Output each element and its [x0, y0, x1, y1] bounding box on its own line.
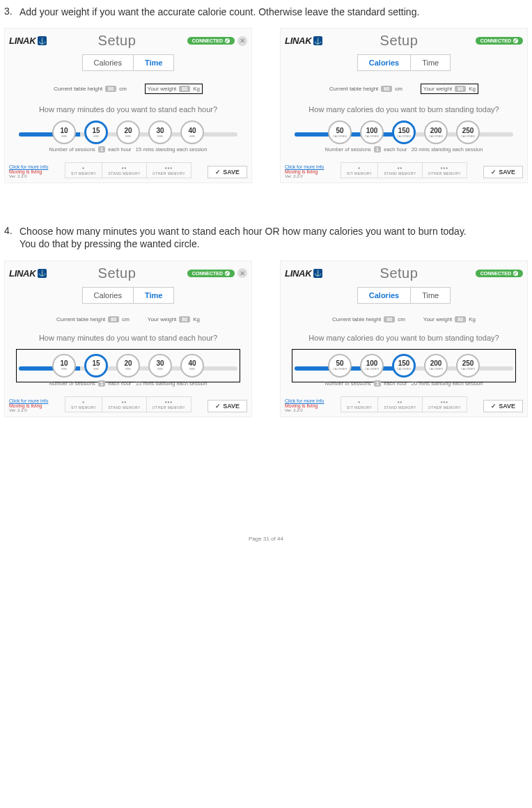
opt-30[interactable]: 30MIN	[148, 354, 172, 378]
setup-panel-time: LINAK ⚓ Setup CONNECTED✓ ✕ Calories Time…	[4, 28, 252, 183]
footer-links: Click for more info Moving is living Ver…	[285, 164, 324, 178]
other-memory[interactable]: ***OTHER MEMORY	[423, 162, 467, 178]
sessions-text: Number of sessions 1 each hour 15 mins s…	[5, 380, 251, 387]
step-4: 4. Choose how many minutes you want to s…	[4, 225, 528, 250]
sessions-text: Number of sessions 1 each hour 20 mins s…	[281, 380, 527, 387]
stand-memory[interactable]: **STAND MEMORY	[378, 396, 422, 412]
opt-150[interactable]: 150CALORIES	[392, 354, 416, 378]
opt-15[interactable]: 15MIN	[84, 354, 108, 378]
sit-memory[interactable]: *SIT MEMORY	[65, 396, 103, 412]
anchor-icon: ⚓	[38, 36, 47, 45]
opt-200[interactable]: 200CALORIES	[424, 354, 448, 378]
save-button[interactable]: ✓SAVE	[483, 400, 523, 412]
opt-40[interactable]: 40MIN	[180, 121, 204, 144]
stand-memory[interactable]: **STAND MEMORY	[102, 162, 146, 178]
brand: LINAK ⚓	[9, 36, 47, 46]
question-text: How many minutes do you want to stand ea…	[5, 334, 251, 342]
setup-panel-time: LINAK ⚓ Setup CONNECTED✓ ✕ Calories Time…	[4, 261, 252, 417]
step-number: 3.	[4, 6, 19, 18]
opt-10[interactable]: 10MIN	[52, 121, 76, 144]
table-height-field: Current table height 80 cm	[332, 316, 405, 323]
moving-link[interactable]: Moving is living	[285, 403, 324, 408]
height-value[interactable]: 80	[384, 316, 395, 323]
opt-50[interactable]: 50CALORIES	[328, 121, 352, 144]
height-value[interactable]: 80	[108, 316, 119, 323]
table-height-field: Current table height 80 cm	[56, 316, 130, 323]
version-text: Ver: 2.2.0	[9, 408, 48, 412]
calorie-options: 50CALORIES 100CALORIES 150CALORIES 200CA…	[281, 121, 527, 144]
question-text: How many calories do you want to burn st…	[281, 334, 527, 342]
check-icon: ✓	[491, 403, 496, 410]
opt-150[interactable]: 150CALORIES	[392, 121, 416, 144]
tab-time[interactable]: Time	[133, 287, 174, 304]
footer-links: Click for more info Moving is living Ver…	[285, 398, 324, 412]
tab-calories[interactable]: Calories	[357, 54, 410, 71]
height-value[interactable]: 80	[381, 86, 392, 92]
sessions-text: Number of sessions 1 each hour 15 mins s…	[5, 146, 251, 153]
opt-200[interactable]: 200CALORIES	[424, 121, 448, 144]
sit-memory[interactable]: *SIT MEMORY	[341, 396, 379, 412]
opt-100[interactable]: 100CALORIES	[360, 121, 384, 144]
tab-time[interactable]: Time	[410, 54, 451, 71]
save-button[interactable]: ✓SAVE	[483, 166, 523, 178]
close-icon[interactable]: ✕	[237, 268, 247, 278]
info-link[interactable]: Click for more info	[285, 164, 324, 169]
sit-memory[interactable]: *SIT MEMORY	[341, 162, 379, 178]
check-icon: ✓	[215, 169, 221, 176]
step-3-screens: LINAK ⚓ Setup CONNECTED✓ ✕ Calories Time…	[4, 28, 528, 183]
opt-20[interactable]: 20MIN	[116, 354, 140, 378]
tab-calories[interactable]: Calories	[357, 287, 410, 304]
weight-value[interactable]: 80	[455, 316, 466, 323]
weight-value[interactable]: 80	[179, 316, 190, 323]
moving-link[interactable]: Moving is living	[9, 403, 48, 408]
other-memory[interactable]: ***OTHER MEMORY	[423, 396, 467, 412]
brand: LINAK ⚓	[285, 268, 322, 279]
other-memory[interactable]: ***OTHER MEMORY	[147, 396, 191, 412]
opt-100[interactable]: 100CALORIES	[360, 354, 384, 378]
footer-links: Click for more info Moving is living Ver…	[9, 164, 48, 178]
opt-15[interactable]: 15MIN	[84, 121, 108, 144]
info-link[interactable]: Click for more info	[9, 398, 48, 403]
height-value[interactable]: 80	[105, 86, 116, 92]
page-title: Setup	[380, 265, 418, 281]
opt-250[interactable]: 250CALORIES	[456, 121, 480, 144]
opt-50[interactable]: 50CALORIES	[328, 354, 352, 378]
moving-link[interactable]: Moving is living	[9, 169, 48, 174]
brand: LINAK ⚓	[9, 268, 47, 279]
step-text: Choose how many minutes you want to stan…	[19, 225, 528, 250]
tab-calories[interactable]: Calories	[82, 287, 133, 304]
anchor-icon: ⚓	[313, 269, 322, 278]
table-height-field: Current table height 80 cm	[54, 84, 127, 94]
other-memory[interactable]: ***OTHER MEMORY	[147, 162, 191, 178]
save-button[interactable]: ✓SAVE	[208, 400, 247, 412]
tab-calories[interactable]: Calories	[82, 54, 133, 71]
info-link[interactable]: Click for more info	[285, 398, 324, 403]
anchor-icon: ⚓	[38, 269, 47, 278]
save-button[interactable]: ✓SAVE	[208, 166, 247, 178]
question-text: How many minutes do you want to stand ea…	[5, 105, 251, 114]
weight-field-highlighted: Your weight 80 Kg	[145, 84, 203, 94]
opt-40[interactable]: 40MIN	[180, 354, 204, 378]
step-3: 3. Add your weight if you want the accur…	[4, 6, 528, 18]
sessions-text: Number of sessions 1 each hour 20 mins s…	[281, 146, 527, 153]
info-link[interactable]: Click for more info	[9, 164, 48, 169]
opt-10[interactable]: 10MIN	[52, 354, 76, 378]
moving-link[interactable]: Moving is living	[285, 169, 324, 174]
opt-30[interactable]: 30MIN	[148, 121, 172, 144]
table-height-field: Current table height 80 cm	[329, 84, 402, 94]
stand-memory[interactable]: **STAND MEMORY	[102, 396, 146, 412]
step-number: 4.	[4, 225, 19, 250]
sit-memory[interactable]: *SIT MEMORY	[65, 162, 103, 178]
minute-options: 10MIN 15MIN 20MIN 30MIN 40MIN	[5, 121, 251, 144]
opt-20[interactable]: 20MIN	[116, 121, 140, 144]
tab-time[interactable]: Time	[133, 54, 174, 71]
step-text: Add your weight if you want the accurate…	[19, 6, 528, 18]
tab-time[interactable]: Time	[410, 287, 451, 304]
setup-panel-calories: LINAK ⚓ Setup CONNECTED✓ Calories Time C…	[280, 261, 528, 417]
stand-memory[interactable]: **STAND MEMORY	[378, 162, 422, 178]
opt-250[interactable]: 250CALORIES	[456, 354, 480, 378]
weight-value[interactable]: 80	[179, 86, 190, 92]
weight-field: Your weight 80 Kg	[423, 316, 476, 323]
close-icon[interactable]: ✕	[237, 36, 247, 46]
weight-value[interactable]: 80	[455, 86, 466, 92]
